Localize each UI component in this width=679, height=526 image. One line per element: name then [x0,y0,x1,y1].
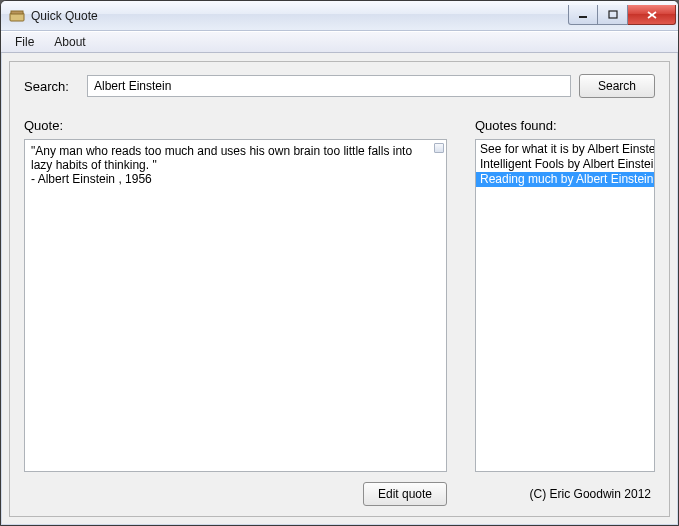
panels: Quote: "Any man who reads too much and u… [24,118,655,472]
close-icon [646,10,658,20]
list-item[interactable]: See for what it is by Albert Einstein [476,142,654,157]
scroll-up-icon[interactable] [434,143,444,153]
svg-rect-3 [609,11,617,18]
quote-panel: Quote: "Any man who reads too much and u… [24,118,447,472]
window-title: Quick Quote [31,9,98,23]
menu-file[interactable]: File [5,33,44,51]
window-buttons [568,5,676,25]
svg-rect-1 [11,11,23,14]
svg-rect-2 [579,16,587,18]
bottom-row: Edit quote (C) Eric Goodwin 2012 [24,480,655,508]
minimize-icon [578,10,588,20]
minimize-button[interactable] [568,5,598,25]
menubar: File About [1,31,678,53]
quote-textarea[interactable]: "Any man who reads too much and uses his… [24,139,447,472]
search-button[interactable]: Search [579,74,655,98]
results-list[interactable]: See for what it is by Albert Einstein In… [475,139,655,472]
search-row: Search: Search [24,74,655,98]
credit-text: (C) Eric Goodwin 2012 [447,487,655,501]
close-button[interactable] [628,5,676,25]
titlebar[interactable]: Quick Quote [1,1,678,31]
edit-quote-button[interactable]: Edit quote [363,482,447,506]
content-panel: Search: Search Quote: "Any man who reads… [9,61,670,517]
search-input[interactable] [87,75,571,97]
app-icon [9,8,25,24]
results-label: Quotes found: [475,118,655,133]
quote-text: "Any man who reads too much and uses his… [31,144,415,186]
menu-about[interactable]: About [44,33,95,51]
app-window: Quick Quote File About Search: Search [0,0,679,526]
list-item[interactable]: Reading much by Albert Einstein [476,172,654,187]
maximize-icon [608,10,618,20]
list-item[interactable]: Intelligent Fools by Albert Einstein [476,157,654,172]
results-panel: Quotes found: See for what it is by Albe… [475,118,655,472]
search-label: Search: [24,79,79,94]
maximize-button[interactable] [598,5,628,25]
quote-label: Quote: [24,118,447,133]
